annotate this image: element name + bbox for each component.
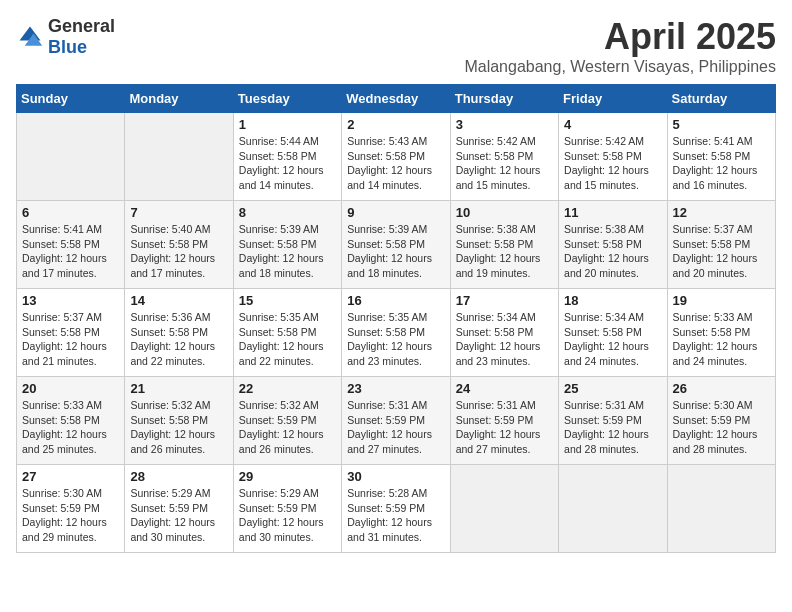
day-info: Sunrise: 5:39 AMSunset: 5:58 PMDaylight:…	[239, 223, 324, 279]
calendar-cell: 16Sunrise: 5:35 AMSunset: 5:58 PMDayligh…	[342, 289, 450, 377]
day-info: Sunrise: 5:31 AMSunset: 5:59 PMDaylight:…	[347, 399, 432, 455]
day-number: 29	[239, 469, 336, 484]
header-thursday: Thursday	[450, 85, 558, 113]
calendar-body: 1Sunrise: 5:44 AMSunset: 5:58 PMDaylight…	[17, 113, 776, 553]
calendar-cell	[450, 465, 558, 553]
day-info: Sunrise: 5:36 AMSunset: 5:58 PMDaylight:…	[130, 311, 215, 367]
header-tuesday: Tuesday	[233, 85, 341, 113]
calendar-cell: 17Sunrise: 5:34 AMSunset: 5:58 PMDayligh…	[450, 289, 558, 377]
day-info: Sunrise: 5:31 AMSunset: 5:59 PMDaylight:…	[564, 399, 649, 455]
logo-general: General	[48, 16, 115, 36]
calendar-cell: 10Sunrise: 5:38 AMSunset: 5:58 PMDayligh…	[450, 201, 558, 289]
calendar-cell: 30Sunrise: 5:28 AMSunset: 5:59 PMDayligh…	[342, 465, 450, 553]
day-info: Sunrise: 5:42 AMSunset: 5:58 PMDaylight:…	[456, 135, 541, 191]
day-info: Sunrise: 5:40 AMSunset: 5:58 PMDaylight:…	[130, 223, 215, 279]
calendar-cell: 21Sunrise: 5:32 AMSunset: 5:58 PMDayligh…	[125, 377, 233, 465]
day-info: Sunrise: 5:41 AMSunset: 5:58 PMDaylight:…	[673, 135, 758, 191]
calendar-cell	[559, 465, 667, 553]
day-number: 13	[22, 293, 119, 308]
calendar-cell: 25Sunrise: 5:31 AMSunset: 5:59 PMDayligh…	[559, 377, 667, 465]
day-number: 21	[130, 381, 227, 396]
header-friday: Friday	[559, 85, 667, 113]
calendar-cell: 14Sunrise: 5:36 AMSunset: 5:58 PMDayligh…	[125, 289, 233, 377]
day-info: Sunrise: 5:44 AMSunset: 5:58 PMDaylight:…	[239, 135, 324, 191]
day-number: 7	[130, 205, 227, 220]
day-info: Sunrise: 5:42 AMSunset: 5:58 PMDaylight:…	[564, 135, 649, 191]
calendar-cell: 29Sunrise: 5:29 AMSunset: 5:59 PMDayligh…	[233, 465, 341, 553]
day-number: 26	[673, 381, 770, 396]
day-info: Sunrise: 5:38 AMSunset: 5:58 PMDaylight:…	[456, 223, 541, 279]
day-number: 17	[456, 293, 553, 308]
day-info: Sunrise: 5:31 AMSunset: 5:59 PMDaylight:…	[456, 399, 541, 455]
day-info: Sunrise: 5:37 AMSunset: 5:58 PMDaylight:…	[22, 311, 107, 367]
day-number: 12	[673, 205, 770, 220]
day-number: 28	[130, 469, 227, 484]
day-info: Sunrise: 5:32 AMSunset: 5:59 PMDaylight:…	[239, 399, 324, 455]
calendar-cell: 13Sunrise: 5:37 AMSunset: 5:58 PMDayligh…	[17, 289, 125, 377]
calendar-week-2: 6Sunrise: 5:41 AMSunset: 5:58 PMDaylight…	[17, 201, 776, 289]
day-info: Sunrise: 5:29 AMSunset: 5:59 PMDaylight:…	[130, 487, 215, 543]
day-info: Sunrise: 5:30 AMSunset: 5:59 PMDaylight:…	[22, 487, 107, 543]
calendar-cell: 7Sunrise: 5:40 AMSunset: 5:58 PMDaylight…	[125, 201, 233, 289]
header: General Blue April 2025 Malangabang, Wes…	[16, 16, 776, 76]
day-number: 8	[239, 205, 336, 220]
calendar-cell: 12Sunrise: 5:37 AMSunset: 5:58 PMDayligh…	[667, 201, 775, 289]
day-number: 19	[673, 293, 770, 308]
day-number: 14	[130, 293, 227, 308]
day-number: 30	[347, 469, 444, 484]
header-wednesday: Wednesday	[342, 85, 450, 113]
day-info: Sunrise: 5:28 AMSunset: 5:59 PMDaylight:…	[347, 487, 432, 543]
day-number: 24	[456, 381, 553, 396]
day-info: Sunrise: 5:35 AMSunset: 5:58 PMDaylight:…	[239, 311, 324, 367]
day-info: Sunrise: 5:38 AMSunset: 5:58 PMDaylight:…	[564, 223, 649, 279]
calendar-cell: 23Sunrise: 5:31 AMSunset: 5:59 PMDayligh…	[342, 377, 450, 465]
day-number: 27	[22, 469, 119, 484]
day-number: 1	[239, 117, 336, 132]
day-info: Sunrise: 5:37 AMSunset: 5:58 PMDaylight:…	[673, 223, 758, 279]
logo-text: General Blue	[48, 16, 115, 58]
calendar-week-1: 1Sunrise: 5:44 AMSunset: 5:58 PMDaylight…	[17, 113, 776, 201]
calendar-cell: 1Sunrise: 5:44 AMSunset: 5:58 PMDaylight…	[233, 113, 341, 201]
location-title: Malangabang, Western Visayas, Philippine…	[464, 58, 776, 76]
day-number: 23	[347, 381, 444, 396]
day-number: 18	[564, 293, 661, 308]
calendar-header: Sunday Monday Tuesday Wednesday Thursday…	[17, 85, 776, 113]
day-info: Sunrise: 5:30 AMSunset: 5:59 PMDaylight:…	[673, 399, 758, 455]
calendar-cell: 18Sunrise: 5:34 AMSunset: 5:58 PMDayligh…	[559, 289, 667, 377]
day-number: 11	[564, 205, 661, 220]
day-number: 25	[564, 381, 661, 396]
day-number: 6	[22, 205, 119, 220]
calendar-cell: 4Sunrise: 5:42 AMSunset: 5:58 PMDaylight…	[559, 113, 667, 201]
calendar-cell: 15Sunrise: 5:35 AMSunset: 5:58 PMDayligh…	[233, 289, 341, 377]
day-number: 16	[347, 293, 444, 308]
day-number: 10	[456, 205, 553, 220]
logo: General Blue	[16, 16, 115, 58]
day-info: Sunrise: 5:39 AMSunset: 5:58 PMDaylight:…	[347, 223, 432, 279]
calendar-cell: 22Sunrise: 5:32 AMSunset: 5:59 PMDayligh…	[233, 377, 341, 465]
title-area: April 2025 Malangabang, Western Visayas,…	[464, 16, 776, 76]
calendar-cell	[667, 465, 775, 553]
day-number: 22	[239, 381, 336, 396]
calendar-cell: 5Sunrise: 5:41 AMSunset: 5:58 PMDaylight…	[667, 113, 775, 201]
day-info: Sunrise: 5:41 AMSunset: 5:58 PMDaylight:…	[22, 223, 107, 279]
day-number: 2	[347, 117, 444, 132]
logo-blue: Blue	[48, 37, 87, 57]
day-info: Sunrise: 5:33 AMSunset: 5:58 PMDaylight:…	[22, 399, 107, 455]
day-number: 4	[564, 117, 661, 132]
day-info: Sunrise: 5:32 AMSunset: 5:58 PMDaylight:…	[130, 399, 215, 455]
calendar-cell: 26Sunrise: 5:30 AMSunset: 5:59 PMDayligh…	[667, 377, 775, 465]
calendar-cell: 24Sunrise: 5:31 AMSunset: 5:59 PMDayligh…	[450, 377, 558, 465]
calendar-cell: 8Sunrise: 5:39 AMSunset: 5:58 PMDaylight…	[233, 201, 341, 289]
day-info: Sunrise: 5:43 AMSunset: 5:58 PMDaylight:…	[347, 135, 432, 191]
day-info: Sunrise: 5:33 AMSunset: 5:58 PMDaylight:…	[673, 311, 758, 367]
calendar-week-4: 20Sunrise: 5:33 AMSunset: 5:58 PMDayligh…	[17, 377, 776, 465]
calendar-week-3: 13Sunrise: 5:37 AMSunset: 5:58 PMDayligh…	[17, 289, 776, 377]
calendar-cell: 27Sunrise: 5:30 AMSunset: 5:59 PMDayligh…	[17, 465, 125, 553]
calendar-cell: 28Sunrise: 5:29 AMSunset: 5:59 PMDayligh…	[125, 465, 233, 553]
calendar-cell: 6Sunrise: 5:41 AMSunset: 5:58 PMDaylight…	[17, 201, 125, 289]
month-title: April 2025	[464, 16, 776, 58]
header-saturday: Saturday	[667, 85, 775, 113]
calendar-table: Sunday Monday Tuesday Wednesday Thursday…	[16, 84, 776, 553]
calendar-cell: 3Sunrise: 5:42 AMSunset: 5:58 PMDaylight…	[450, 113, 558, 201]
day-info: Sunrise: 5:35 AMSunset: 5:58 PMDaylight:…	[347, 311, 432, 367]
